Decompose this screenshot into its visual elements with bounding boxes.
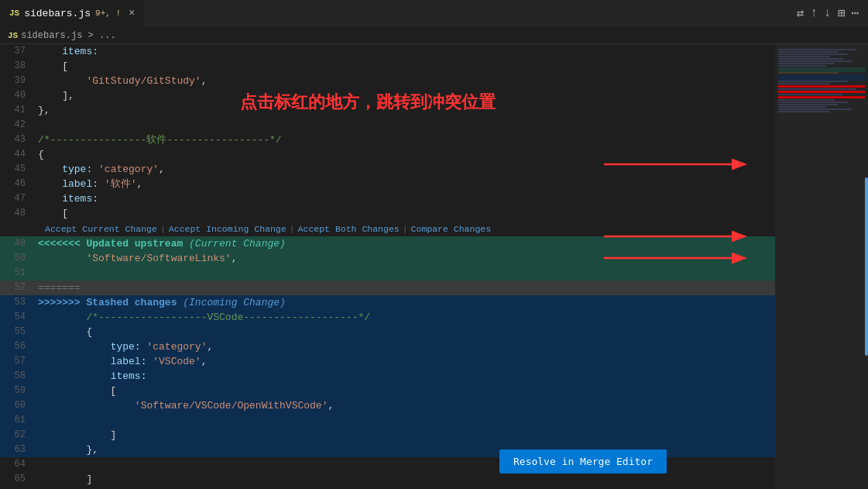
line-content: type: 'category', [35,162,775,177]
line-content: label: 'VSCode', [35,354,775,369]
line-39: 39 'GitStudy/GitStudy', [0,74,775,88]
line-42: 42 [0,118,775,133]
minimap-lines [775,44,868,115]
minimap-scrollbar[interactable] [865,177,868,356]
line-54: 54 /*------------------VSCode-----------… [0,310,775,325]
tab-sidebars[interactable]: JS sidebars.js 9+, ! × [0,0,145,26]
line-47: 47 items: [0,191,775,206]
navigate-down-icon[interactable]: ↓ [824,6,832,20]
minimap-line [778,88,856,90]
line-content: items: [35,369,775,384]
minimap-conflict-indicator [778,96,865,98]
line-49: 49 <<<<<<< Updated upstream (Current Cha… [0,236,775,251]
line-number: 62 [0,428,35,443]
minimap-line [778,83,830,84]
tab-bar: JS sidebars.js 9+, ! × ⇄ ↑ ↓ ⊞ ⋯ [0,0,868,27]
minimap-conflict-indicator [778,91,865,93]
line-65: 65 ] [0,472,775,487]
breadcrumb-path: sidebars.js > ... [21,30,115,41]
line-number: 49 [0,236,35,251]
line-content [35,118,775,133]
minimap-line [778,65,826,67]
line-content: [ [35,206,775,221]
line-43: 43 /*----------------软件-----------------… [0,133,775,147]
minimap-line [778,49,856,50]
minimap-line [778,56,830,57]
conflict-actions-bar: Accept Current Change | Accept Incoming … [0,221,775,236]
line-number: 39 [0,74,35,88]
line-number: 47 [0,191,35,206]
line-48: 48 [ [0,206,775,221]
line-content: type: 'category', [35,339,775,354]
compare-changes[interactable]: Compare Changes [411,224,492,234]
line-number: 54 [0,310,35,325]
more-actions-icon[interactable]: ⋯ [851,5,859,21]
line-52: 52 ======= [0,281,775,295]
resolve-merge-editor-button[interactable]: Resolve in Merge Editor [499,449,667,474]
line-55: 55 { [0,325,775,339]
separator-2: | [290,224,295,234]
line-60: 60 'Software/VSCode/OpenWithVSCode', [0,398,775,413]
line-45: 45 type: 'category', [0,162,775,177]
layout-icon[interactable]: ⊞ [838,5,846,21]
line-content: [ [35,59,775,74]
line-number: 57 [0,354,35,369]
breadcrumb-js-icon: JS [8,31,18,40]
line-number: 59 [0,384,35,398]
tab-name: sidebars.js [24,8,91,19]
line-content: { [35,147,775,162]
line-number: 48 [0,206,35,221]
line-content: ] [35,428,775,443]
line-content: 'GitStudy/GitStudy', [35,74,775,88]
line-56: 56 type: 'category', [0,339,775,354]
line-content: }, [35,103,775,118]
line-number: 43 [0,133,35,147]
line-number: 58 [0,369,35,384]
line-content: ======= [35,281,775,295]
line-number: 55 [0,325,35,339]
split-editor-icon[interactable]: ⇄ [797,5,805,21]
line-content: [ [35,384,775,398]
minimap-line [778,102,848,103]
tab-actions: ⇄ ↑ ↓ ⊞ ⋯ [797,5,868,21]
accept-current-change[interactable]: Accept Current Change [45,224,157,234]
minimap-line [778,60,852,62]
line-number: 38 [0,59,35,74]
minimap-line [778,51,839,53]
line-53: 53 >>>>>>> Stashed changes (Incoming Cha… [0,295,775,310]
minimap-line [778,111,830,112]
line-44: 44 { [0,147,775,162]
line-content [35,266,775,281]
line-number: 53 [0,295,35,310]
js-icon: JS [9,9,19,18]
line-content: ] [35,472,775,487]
breadcrumb: JS sidebars.js > ... [0,27,868,44]
line-41: 41 }, [0,103,775,118]
minimap-line [778,99,835,101]
line-number: 56 [0,339,35,354]
minimap-line [778,106,826,108]
minimap-line [778,81,848,82]
line-58: 58 items: [0,369,775,384]
tab-dirty-indicator: 9+, ! [95,9,121,18]
line-50: 50 'Software/SoftwareLinks', [0,251,775,266]
line-number: 45 [0,162,35,177]
navigate-up-icon[interactable]: ↑ [811,6,818,20]
line-number: 44 [0,147,35,162]
accept-incoming-change[interactable]: Accept Incoming Change [169,224,286,234]
tab-close-button[interactable]: × [129,7,135,19]
minimap-line [778,72,839,74]
line-content: 'Software/VSCode/OpenWithVSCode', [35,398,775,413]
minimap [775,44,868,489]
line-content: items: [35,191,775,206]
line-content: label: '软件', [35,177,775,191]
line-content: /*----------------软件-----------------*/ [35,133,775,147]
line-number: 61 [0,413,35,428]
line-number: 50 [0,251,35,266]
line-51: 51 [0,266,775,281]
line-content: ], [35,88,775,103]
line-content [35,413,775,428]
accept-both-changes[interactable]: Accept Both Changes [298,224,400,234]
code-editor[interactable]: 37 items: 38 [ 39 'GitStudy/GitStudy', 4… [0,44,775,489]
minimap-line [778,53,848,55]
